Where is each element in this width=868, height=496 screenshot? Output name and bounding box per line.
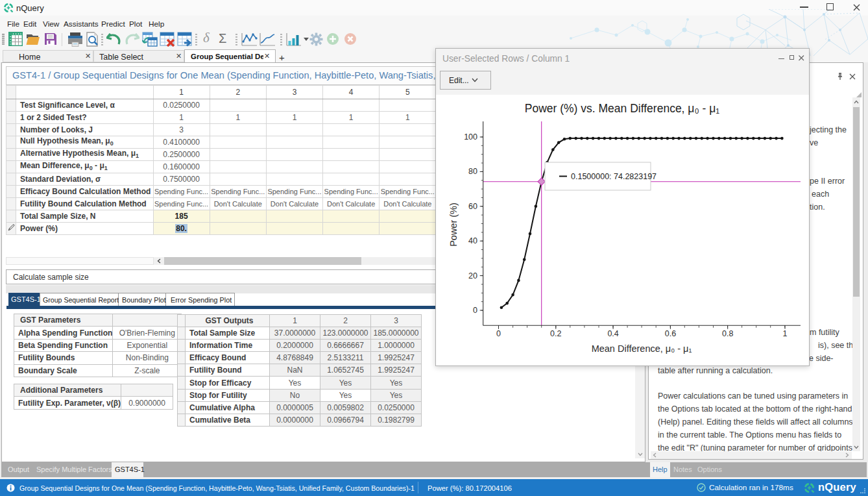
svg-text:0.6: 0.6 bbox=[665, 329, 676, 338]
svg-text:80: 80 bbox=[468, 167, 477, 176]
svg-text:0.4: 0.4 bbox=[607, 329, 618, 338]
svg-text:0.2: 0.2 bbox=[550, 329, 561, 338]
svg-text:0.1500000: 74.2823197: 0.1500000: 74.2823197 bbox=[571, 172, 657, 181]
svg-text:Mean Difference, μ₀ - μ₁: Mean Difference, μ₀ - μ₁ bbox=[592, 343, 692, 354]
svg-text:0: 0 bbox=[496, 329, 501, 338]
svg-text:0: 0 bbox=[473, 306, 477, 315]
svg-text:40: 40 bbox=[468, 236, 477, 245]
svg-text:Power (%) vs. Mean Difference,: Power (%) vs. Mean Difference, μ₀ - μ₁ bbox=[525, 102, 720, 115]
svg-text:1: 1 bbox=[783, 329, 788, 338]
svg-text:Power (%): Power (%) bbox=[448, 203, 459, 247]
svg-text:100: 100 bbox=[464, 132, 477, 142]
svg-text:60: 60 bbox=[468, 202, 477, 211]
svg-text:0.8: 0.8 bbox=[722, 329, 733, 338]
svg-text:20: 20 bbox=[468, 271, 477, 280]
